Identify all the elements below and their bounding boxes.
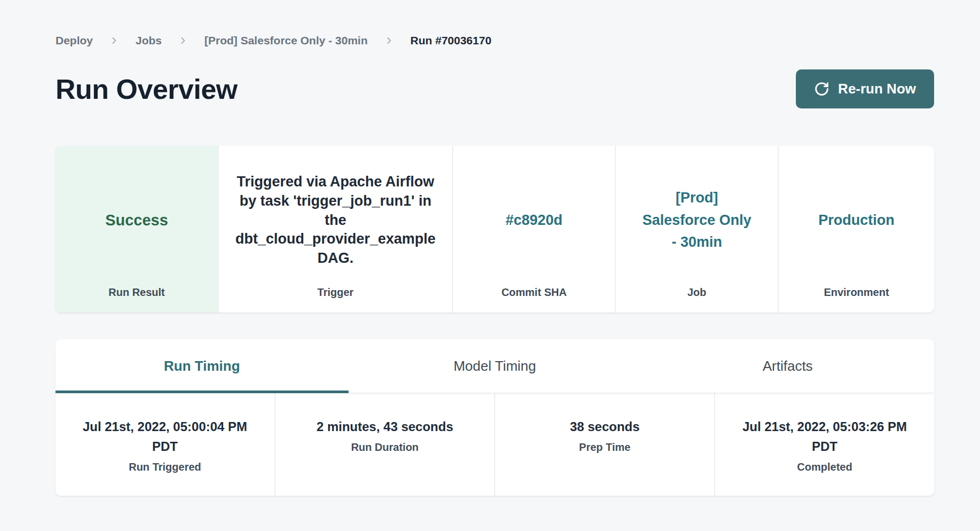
run-triggered-value: Jul 21st, 2022, 05:00:04 PM PDT <box>69 417 261 456</box>
page-header: Run Overview Re-run Now <box>56 69 934 108</box>
run-result-label: Run Result <box>56 286 218 313</box>
run-duration-value: 2 minutes, 43 seconds <box>289 417 481 436</box>
run-triggered-label: Run Triggered <box>56 461 274 473</box>
tab-model-timing[interactable]: Model Timing <box>349 339 642 393</box>
completed-card: Jul 21st, 2022, 05:03:26 PM PDT Complete… <box>715 393 934 496</box>
run-duration-label: Run Duration <box>275 441 494 454</box>
environment-link[interactable]: Production <box>818 211 895 230</box>
job-label: Job <box>616 286 778 313</box>
run-details-panel: Run Timing Model Timing Artifacts Jul 21… <box>56 339 934 496</box>
trigger-card: Triggered via Apache Airflow by task 'tr… <box>219 146 452 313</box>
prep-time-value: 38 seconds <box>509 417 701 436</box>
run-timing-cards: Jul 21st, 2022, 05:00:04 PM PDT Run Trig… <box>56 393 934 496</box>
run-result-card: Success Run Result <box>56 146 218 313</box>
environment-label: Environment <box>779 286 934 313</box>
chevron-right-icon <box>178 35 188 46</box>
chevron-right-icon <box>109 35 120 46</box>
commit-sha-label: Commit SHA <box>453 286 615 313</box>
completed-label: Completed <box>715 461 934 473</box>
commit-sha-link[interactable]: #c8920d <box>505 211 563 230</box>
completed-value: Jul 21st, 2022, 05:03:26 PM PDT <box>729 417 921 456</box>
run-result-value: Success <box>105 210 168 230</box>
rerun-now-button-label: Re-run Now <box>838 81 916 97</box>
breadcrumb-item-deploy[interactable]: Deploy <box>56 34 93 47</box>
main-content: Deploy Jobs [Prod] Salesforce Only - 30m… <box>56 0 934 496</box>
run-duration-card: 2 minutes, 43 seconds Run Duration <box>275 393 494 496</box>
trigger-label: Trigger <box>219 286 452 313</box>
prep-time-card: 38 seconds Prep Time <box>495 393 714 496</box>
commit-sha-card: #c8920d Commit SHA <box>453 146 615 313</box>
job-link[interactable]: [Prod] Salesforce Only - 30min <box>639 187 754 254</box>
breadcrumb: Deploy Jobs [Prod] Salesforce Only - 30m… <box>56 0 934 47</box>
rerun-now-button[interactable]: Re-run Now <box>796 69 934 108</box>
breadcrumb-item-job-name[interactable]: [Prod] Salesforce Only - 30min <box>204 34 368 47</box>
refresh-icon <box>814 81 829 97</box>
tab-run-timing[interactable]: Run Timing <box>56 339 349 393</box>
tab-artifacts[interactable]: Artifacts <box>641 339 934 393</box>
job-card: [Prod] Salesforce Only - 30min Job <box>616 146 778 313</box>
run-summary-cards: Success Run Result Triggered via Apache … <box>56 146 934 313</box>
tab-bar: Run Timing Model Timing Artifacts <box>56 339 934 393</box>
chevron-right-icon <box>384 35 394 46</box>
environment-card: Production Environment <box>779 146 934 313</box>
breadcrumb-item-run-number: Run #70036170 <box>410 34 492 47</box>
trigger-value: Triggered via Apache Airflow by task 'tr… <box>229 173 442 268</box>
run-triggered-card: Jul 21st, 2022, 05:00:04 PM PDT Run Trig… <box>56 393 274 496</box>
page-title: Run Overview <box>56 73 238 105</box>
breadcrumb-item-jobs[interactable]: Jobs <box>136 34 162 47</box>
prep-time-label: Prep Time <box>495 441 714 454</box>
